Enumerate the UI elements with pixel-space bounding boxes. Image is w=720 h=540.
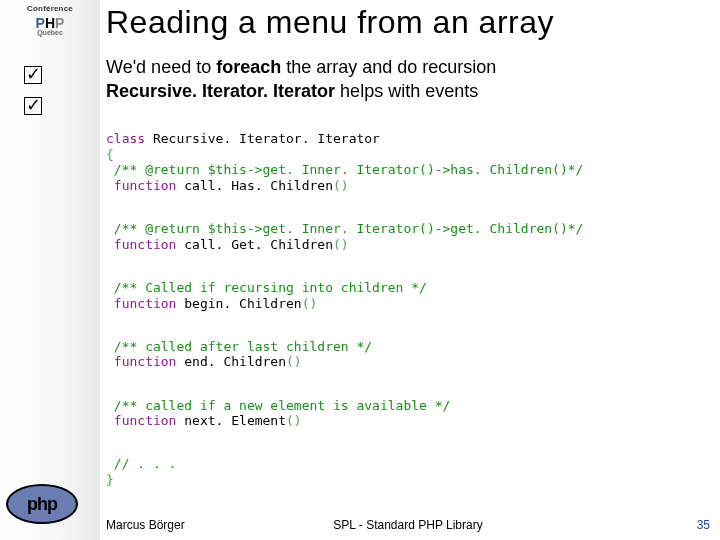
php-oval-icon: php xyxy=(6,484,78,524)
checkmark-icon xyxy=(24,66,42,84)
slide-title: Reading a menu from an array xyxy=(106,4,710,41)
bullet-item: We'd need to foreach the array and do re… xyxy=(106,55,710,79)
footer-title: SPL - Standard PHP Library xyxy=(106,518,710,532)
slide-footer: Marcus Börger SPL - Standard PHP Library… xyxy=(106,518,710,532)
conference-label: Conférence xyxy=(5,4,95,13)
bullet-checkmarks xyxy=(0,66,100,127)
bullet-list: We'd need to foreach the array and do re… xyxy=(106,55,710,104)
php-logo: php xyxy=(6,484,90,530)
code-method: /** Called if recursing into children */… xyxy=(106,280,710,311)
code-method: /** @return $this->get. Inner. Iterator(… xyxy=(106,221,710,252)
conference-sublabel: Québec xyxy=(5,29,95,36)
main-content: Reading a menu from an array We'd need t… xyxy=(100,0,720,540)
code-block: class Recursive. Iterator. Iterator { /*… xyxy=(106,116,710,503)
code-method: /** @return $this->get. Inner. Iterator(… xyxy=(106,162,710,193)
checkmark-icon xyxy=(24,97,42,115)
bullet-item: Recursive. Iterator. Iterator helps with… xyxy=(106,79,710,103)
php-logo-text: php xyxy=(27,494,57,515)
code-method: /** called after last children */ functi… xyxy=(106,339,710,370)
sidebar: Conférence PHP Québec php xyxy=(0,0,100,540)
slide-page: Conférence PHP Québec php Reading a menu… xyxy=(0,0,720,540)
conference-logo: Conférence PHP Québec xyxy=(5,4,95,36)
code-method: /** called if a new element is available… xyxy=(106,398,710,429)
